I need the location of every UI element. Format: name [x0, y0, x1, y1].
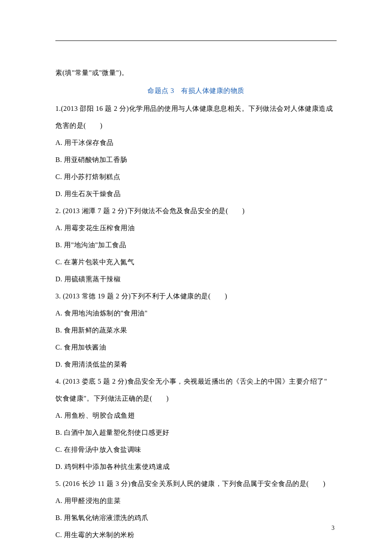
question-option: B. 白酒中加入超量塑化剂使口感更好 [55, 424, 337, 441]
question-option: C. 用生霉的大米制的米粉 [55, 526, 337, 543]
question-option: B. 用"地沟油"加工食品 [55, 237, 337, 254]
question-option: B. 食用新鲜的蔬菜水果 [55, 322, 337, 339]
page-number: 3 [331, 525, 334, 532]
question-option: A. 用霉变花生压榨食用油 [55, 220, 337, 237]
top-horizontal-rule [55, 40, 337, 41]
question-option: A. 用干冰保存食品 [55, 134, 337, 151]
question-option: C. 在排骨汤中放入食盐调味 [55, 441, 337, 458]
question-option: B. 用亚硝酸钠加工香肠 [55, 151, 337, 168]
question-stem-line: 1.(2013 邵阳 16 题 2 分)化学用品的使用与人体健康息息相关。下列做… [55, 100, 337, 117]
continuation-text: 素(填"常量"或"微量")。 [55, 64, 337, 81]
section-heading: 命题点 3 有损人体健康的物质 [55, 82, 337, 99]
question-option: B. 用氢氧化钠溶液漂洗的鸡爪 [55, 509, 337, 526]
question-option: C. 在薯片包装中充入氮气 [55, 254, 337, 271]
question-stem-line: 3. (2013 常德 19 题 2 分)下列不利于人体健康的是( ) [55, 288, 337, 305]
question-stem-line: 5. (2016 长沙 11 题 3 分)食品安全关系到人民的健康，下列食品属于… [55, 475, 337, 492]
question-option: A. 用鱼粉、明胶合成鱼翅 [55, 407, 337, 424]
question-option: D. 用生石灰干燥食品 [55, 185, 337, 202]
question-option: D. 鸡饲料中添加各种抗生素使鸡速成 [55, 458, 337, 475]
page-container: 素(填"常量"或"微量")。 命题点 3 有损人体健康的物质 1.(2013 邵… [0, 0, 392, 555]
question-stem-line: 2. (2013 湘潭 7 题 2 分)下列做法不会危及食品安全的是( ) [55, 202, 337, 220]
question-option: A. 食用地沟油炼制的"食用油" [55, 305, 337, 322]
question-option: A. 用甲醛浸泡的韭菜 [55, 492, 337, 509]
question-option: C. 用小苏打焙制糕点 [55, 168, 337, 185]
question-stem-line: 危害的是( ) [55, 117, 337, 134]
questions-list: 1.(2013 邵阳 16 题 2 分)化学用品的使用与人体健康息息相关。下列做… [55, 100, 337, 543]
question-option: C. 食用加铁酱油 [55, 339, 337, 356]
question-option: D. 用硫磺熏蒸干辣椒 [55, 271, 337, 288]
question-option: D. 食用清淡低盐的菜肴 [55, 356, 337, 373]
question-stem-line: 饮食健康"。下列做法正确的是( ) [55, 390, 337, 407]
question-stem-line: 4. (2013 娄底 5 题 2 分)食品安全无小事，央视最近播出的《舌尖上的… [55, 373, 337, 390]
